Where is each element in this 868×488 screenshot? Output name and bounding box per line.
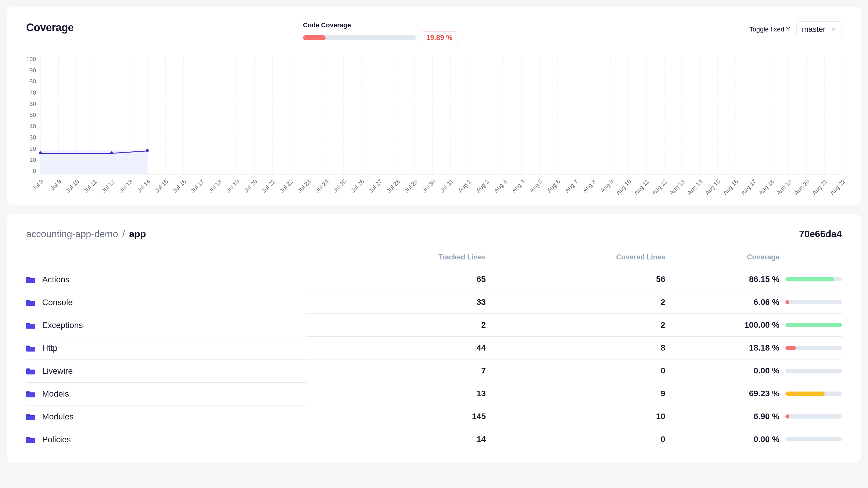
gridline: [771, 56, 771, 174]
table-row[interactable]: Livewire700.00 %: [26, 359, 842, 382]
x-tick: Jul 16: [172, 178, 187, 194]
row-coverage: 6.06 %: [665, 291, 779, 314]
row-coverage-bar: [785, 392, 842, 396]
x-tick: Jul 23: [296, 178, 312, 194]
branch-select-value: master: [802, 25, 826, 34]
gridline: [343, 56, 344, 174]
breadcrumb-separator: /: [122, 229, 125, 239]
row-name-cell[interactable]: Actions: [26, 268, 306, 291]
row-coverage: 86.15 %: [665, 268, 779, 291]
toggle-fixed-y[interactable]: Toggle fixed Y: [749, 26, 790, 33]
x-tick: Jul 18: [207, 178, 223, 194]
x-tick: Jul 19: [225, 178, 241, 194]
row-name-cell[interactable]: Exceptions: [26, 314, 306, 336]
chart-y-axis: 1009080706050403020100: [26, 56, 38, 174]
row-coverage-bar: [785, 300, 842, 304]
row-name: Exceptions: [42, 321, 83, 330]
row-covered: 0: [486, 428, 665, 451]
row-name-cell[interactable]: Http: [26, 336, 306, 359]
col-tracked[interactable]: Tracked Lines: [306, 247, 486, 268]
x-tick: Aug 22: [829, 178, 847, 196]
row-coverage-bar-fill: [785, 392, 825, 396]
x-tick: Aug 6: [546, 178, 562, 194]
commit-hash[interactable]: 70e66da4: [799, 229, 842, 239]
coverage-header: Coverage Code Coverage 19.89 % Toggle fi…: [26, 21, 842, 44]
col-coverage[interactable]: Coverage: [665, 247, 779, 268]
gridline: [753, 56, 753, 174]
row-name: Policies: [42, 435, 71, 444]
chart-plot[interactable]: [40, 56, 842, 174]
col-name: [26, 247, 306, 268]
x-tick: Aug 9: [599, 178, 615, 194]
row-name-cell[interactable]: Models: [26, 382, 306, 405]
gridline: [219, 56, 219, 174]
row-name-cell[interactable]: Console: [26, 291, 306, 314]
row-name-cell[interactable]: Policies: [26, 428, 306, 451]
row-coverage-bar: [785, 323, 842, 327]
gridline: [201, 56, 202, 174]
x-tick: Jul 25: [332, 178, 348, 194]
breadcrumb-root[interactable]: accounting-app-demo: [26, 229, 118, 239]
table-row[interactable]: Modules145106.90 %: [26, 405, 842, 428]
chart-data-point[interactable]: [39, 152, 42, 154]
col-covered[interactable]: Covered Lines: [486, 247, 665, 268]
row-covered: 8: [486, 336, 665, 359]
row-coverage: 69.23 %: [665, 382, 779, 405]
x-tick: Aug 16: [721, 178, 740, 196]
row-coverage-bar: [785, 277, 842, 282]
gridline: [379, 56, 379, 174]
folder-icon: [26, 390, 35, 398]
chart-data-point[interactable]: [146, 149, 149, 152]
row-name-cell[interactable]: Livewire: [26, 359, 306, 382]
y-tick: 10: [29, 156, 36, 163]
table-row[interactable]: Policies1400.00 %: [26, 428, 842, 451]
chart-x-axis: Jul 8Jul 9Jul 10Jul 11Jul 12Jul 13Jul 14…: [40, 176, 842, 193]
row-name-cell[interactable]: Modules: [26, 405, 306, 428]
row-covered: 9: [486, 382, 665, 405]
x-tick: Jul 8: [31, 178, 45, 192]
branch-select[interactable]: master: [797, 21, 842, 37]
gridline: [272, 56, 273, 174]
y-tick: 0: [33, 168, 36, 174]
gridline: [699, 56, 700, 174]
chevron-down-icon: [831, 27, 836, 32]
y-tick: 40: [29, 123, 36, 130]
x-tick: Aug 20: [793, 178, 811, 196]
chart-data-point[interactable]: [110, 152, 113, 154]
gridline: [254, 56, 255, 174]
row-bar-cell: [779, 382, 842, 405]
x-tick: Jul 12: [100, 178, 117, 194]
x-tick: Jul 26: [350, 178, 366, 194]
row-bar-cell: [779, 268, 842, 291]
row-covered: 2: [486, 314, 665, 336]
row-name: Modules: [42, 412, 74, 422]
x-tick: Aug 3: [493, 178, 508, 194]
x-tick: Jul 28: [385, 178, 401, 194]
coverage-card: Coverage Code Coverage 19.89 % Toggle fi…: [7, 7, 861, 205]
row-covered: 2: [486, 291, 665, 314]
gridline: [432, 56, 433, 174]
table-row[interactable]: Http44818.18 %: [26, 336, 842, 359]
overall-coverage-bar: [303, 35, 416, 40]
gridline: [147, 56, 148, 174]
chart-area-fill: [40, 151, 147, 174]
row-coverage-bar: [785, 369, 842, 373]
gridline: [842, 56, 842, 174]
row-bar-cell: [779, 359, 842, 382]
x-tick: Aug 18: [757, 178, 775, 196]
row-coverage: 0.00 %: [665, 359, 779, 382]
x-tick: Aug 12: [650, 178, 669, 196]
row-coverage: 6.90 %: [665, 405, 779, 428]
gridline: [575, 56, 576, 174]
folder-icon: [26, 276, 35, 284]
row-bar-cell: [779, 314, 842, 336]
table-row[interactable]: Models13969.23 %: [26, 382, 842, 405]
table-row[interactable]: Console3326.06 %: [26, 291, 842, 314]
gridline: [735, 56, 736, 174]
x-tick: Aug 15: [704, 178, 722, 196]
table-row[interactable]: Actions655686.15 %: [26, 268, 842, 291]
table-row[interactable]: Exceptions22100.00 %: [26, 314, 842, 336]
row-coverage: 18.18 %: [665, 336, 779, 359]
row-coverage-bar-fill: [785, 346, 796, 350]
row-tracked: 145: [306, 405, 486, 428]
